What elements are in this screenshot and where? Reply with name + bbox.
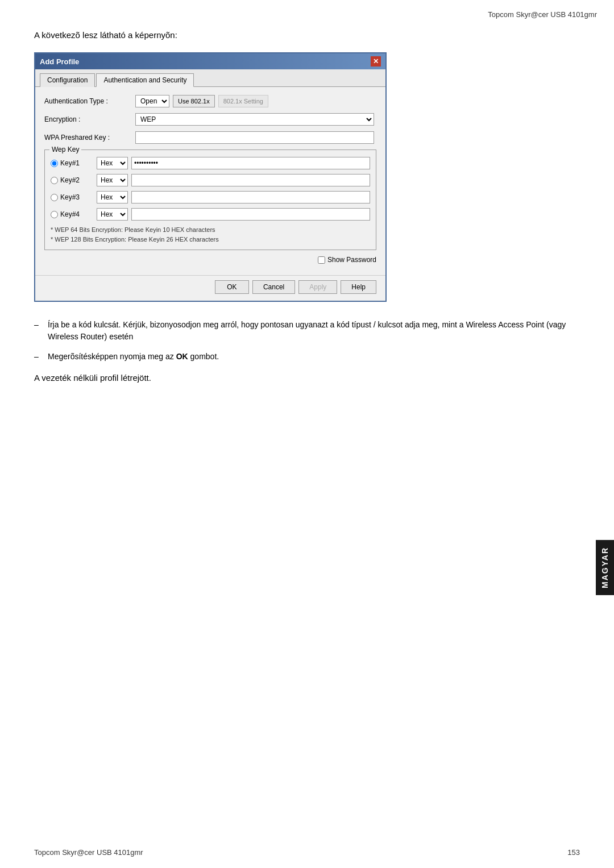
key4-type-select[interactable]: Hex: [97, 208, 128, 221]
show-password-row: Show Password: [44, 256, 376, 264]
bullet-dash-2: –: [34, 351, 48, 363]
page-header: Topcom Skyr@cer USB 4101gmr: [0, 0, 614, 19]
key1-radio[interactable]: [51, 160, 58, 167]
key2-type-select[interactable]: Hex: [97, 174, 128, 186]
wep-key4-row: Key#4 Hex: [51, 208, 370, 221]
dialog-title: Add Profile: [40, 57, 79, 66]
key4-radio[interactable]: [51, 211, 58, 218]
wep-key1-row: Key#1 Hex: [51, 157, 370, 169]
wep-group-legend: Wep Key: [49, 146, 81, 153]
wpa-row: WPA Preshared Key :: [44, 131, 376, 144]
bullet-text-2-bold: OK: [176, 352, 188, 361]
dialog-footer: OK Cancel Apply Help: [35, 275, 385, 301]
wpa-label: WPA Preshared Key :: [44, 134, 135, 142]
tab-configuration[interactable]: Configuration: [40, 73, 95, 87]
header-title: Topcom Skyr@cer USB 4101gmr: [488, 10, 597, 19]
wep-key-group: Wep Key Key#1 Hex Key#2 Hex: [44, 149, 376, 250]
wep-notes: * WEP 64 Bits Encryption: Please Keyin 1…: [51, 225, 370, 244]
wep-key3-row: Key#3 Hex: [51, 191, 370, 203]
dialog-close-button[interactable]: ✕: [371, 56, 381, 67]
auth-type-row: Authentication Type : Open Use 802.1x 80…: [44, 95, 376, 107]
key2-radio[interactable]: [51, 177, 58, 184]
wep-note-line1: * WEP 64 Bits Encryption: Please Keyin 1…: [51, 225, 370, 235]
auth-type-controls: Open Use 802.1x 802.1x Setting: [135, 95, 376, 107]
key3-type-select[interactable]: Hex: [97, 191, 128, 203]
bullet-item-2: – Megerõsítésképpen nyomja meg az OK gom…: [34, 351, 580, 363]
key4-value-input[interactable]: [131, 208, 370, 221]
auth-type-label: Authentication Type :: [44, 97, 135, 105]
802-setting-button[interactable]: 802.1x Setting: [218, 95, 268, 107]
bullet-text-1: Írja be a kód kulcsát. Kérjük, bizonyoso…: [48, 319, 580, 343]
footer-main-text: A vezeték nélküli profil létrejött.: [34, 373, 580, 383]
bullet-text-2-before: Megerõsítésképpen nyomja meg az: [48, 352, 176, 361]
bullet-list: – Írja be a kód kulcsát. Kérjük, bizonyo…: [34, 319, 580, 363]
cancel-button[interactable]: Cancel: [252, 280, 295, 294]
dialog-titlebar: Add Profile ✕: [35, 53, 385, 69]
key2-value-input[interactable]: [131, 174, 370, 186]
key2-label: Key#2: [60, 176, 93, 184]
encryption-row: Encryption : WEP: [44, 113, 376, 126]
page-footer: Topcom Skyr@cer USB 4101gmr 153: [0, 848, 614, 857]
bullet-dash-1: –: [34, 319, 48, 343]
footer-left: Topcom Skyr@cer USB 4101gmr: [34, 848, 143, 857]
key1-value-input[interactable]: [131, 157, 370, 169]
tab-auth-security[interactable]: Authentication and Security: [96, 73, 194, 87]
dialog-body: Authentication Type : Open Use 802.1x 80…: [35, 87, 385, 275]
use-802-button[interactable]: Use 802.1x: [173, 95, 215, 107]
bullet-item-1: – Írja be a kód kulcsát. Kérjük, bizonyo…: [34, 319, 580, 343]
key3-label: Key#3: [60, 193, 93, 201]
main-content: A következõ lesz látható a képernyõn: Ad…: [0, 19, 614, 428]
bullet-text-2-after: gombot.: [188, 352, 219, 361]
key1-label: Key#1: [60, 159, 93, 167]
encryption-select[interactable]: WEP: [135, 113, 374, 126]
wpa-controls: [135, 131, 376, 144]
bullet-text-2: Megerõsítésképpen nyomja meg az OK gombo…: [48, 351, 580, 363]
show-password-label: Show Password: [327, 256, 376, 264]
wep-key2-row: Key#2 Hex: [51, 174, 370, 186]
footer-right: 153: [567, 848, 580, 857]
encryption-controls: WEP: [135, 113, 376, 126]
key3-value-input[interactable]: [131, 191, 370, 203]
apply-button[interactable]: Apply: [298, 280, 337, 294]
key1-type-select[interactable]: Hex: [97, 157, 128, 169]
wep-note-line2: * WEP 128 Bits Encryption: Please Keyin …: [51, 235, 370, 244]
encryption-label: Encryption :: [44, 115, 135, 123]
wpa-input[interactable]: [135, 131, 374, 144]
key4-label: Key#4: [60, 210, 93, 218]
dialog-tabs: Configuration Authentication and Securit…: [35, 69, 385, 87]
show-password-checkbox[interactable]: [318, 256, 325, 264]
add-profile-dialog: Add Profile ✕ Configuration Authenticati…: [34, 52, 387, 302]
key3-radio[interactable]: [51, 194, 58, 201]
auth-type-select[interactable]: Open: [135, 95, 169, 107]
side-tab: MAGYAR: [596, 540, 614, 595]
help-button[interactable]: Help: [341, 280, 376, 294]
ok-button[interactable]: OK: [215, 280, 249, 294]
intro-text: A következõ lesz látható a képernyõn:: [34, 30, 580, 40]
